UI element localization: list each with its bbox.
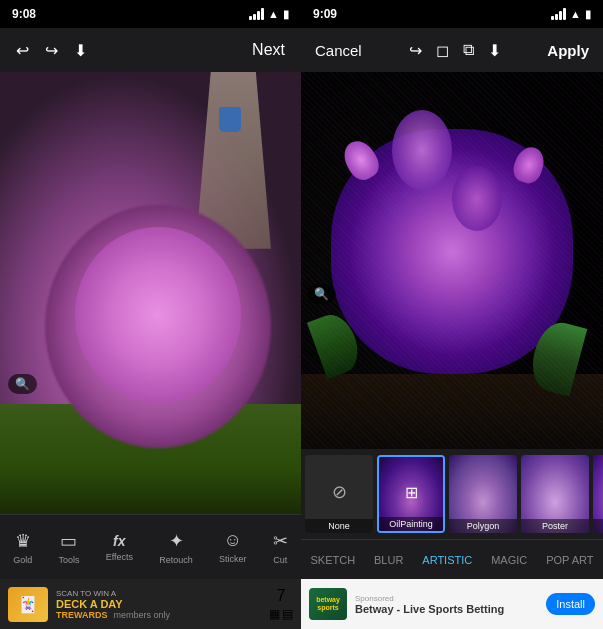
photo-bg-left: [0, 72, 301, 514]
wifi-icon-left: ▲: [268, 8, 279, 20]
eraser-icon[interactable]: ◻: [436, 41, 449, 60]
photo-area-right: 🔍: [301, 72, 603, 449]
filter-none-icon: ⊘: [332, 481, 347, 503]
betway-logo: betwaysports: [309, 588, 347, 620]
time-right: 9:09: [313, 7, 337, 21]
retouch-label: Retouch: [159, 555, 193, 565]
zoom-badge-right[interactable]: 🔍: [307, 284, 336, 304]
oil-swirls: [301, 72, 603, 449]
redo-icon[interactable]: ↪: [45, 41, 58, 60]
ad-logo-2: ▤: [282, 607, 293, 621]
tab-sketch[interactable]: SKETCH: [304, 550, 361, 570]
zoom-icon-left: 🔍: [15, 377, 30, 391]
filter-strip: ⊘ None ⊞ OilPainting Polygon Poster Half…: [301, 449, 603, 539]
oil-detail-1: [392, 110, 452, 190]
filter-none[interactable]: ⊘ None: [305, 455, 373, 533]
ad-betway-title: Betway - Live Sports Betting: [355, 603, 538, 615]
zoom-icon-right: 🔍: [314, 287, 329, 301]
apply-button[interactable]: Apply: [547, 42, 589, 59]
ad-right-text: Sponsored Betway - Live Sports Betting: [355, 594, 538, 615]
effects-label: Effects: [106, 552, 133, 562]
tool-effects[interactable]: fx Effects: [106, 533, 133, 562]
tab-popart[interactable]: POP ART: [540, 550, 599, 570]
download-icon-left[interactable]: ⬇: [74, 41, 87, 60]
tool-sticker[interactable]: ☺ Sticker: [219, 530, 247, 564]
next-button[interactable]: Next: [252, 41, 285, 59]
filter-none-label: None: [305, 519, 373, 533]
wifi-icon-right: ▲: [570, 8, 581, 20]
ad-text-left: SCAN TO WIN A DECK A DAY TREWARDS member…: [56, 589, 261, 620]
tool-retouch[interactable]: ✦ Retouch: [159, 530, 193, 565]
filter-polygon-label: Polygon: [449, 519, 517, 533]
ad-badge-area: 7 ▦ ▤: [269, 587, 293, 621]
status-bar-right: 9:09 ▲ ▮: [301, 0, 603, 28]
battery-icon-left: ▮: [283, 8, 289, 21]
filter-poster[interactable]: Poster: [521, 455, 589, 533]
retouch-icon: ✦: [169, 530, 184, 552]
sticker-label: Sticker: [219, 554, 247, 564]
undo-icon[interactable]: ↩: [16, 41, 29, 60]
ad-title-left: DECK A DAY: [56, 598, 261, 610]
zoom-badge-left[interactable]: 🔍: [8, 374, 37, 394]
cancel-button[interactable]: Cancel: [315, 42, 362, 59]
time-left: 9:08: [12, 7, 36, 21]
filter-oil-icon: ⊞: [405, 483, 418, 502]
signal-icon-right: [551, 8, 566, 20]
gold-icon: ♛: [15, 530, 31, 552]
signal-icon-left: [249, 8, 264, 20]
sticker-icon: ☺: [224, 530, 242, 551]
tool-tools[interactable]: ▭ Tools: [58, 530, 79, 565]
ad-members: members only: [114, 610, 171, 620]
ad-banner-right[interactable]: betwaysports Sponsored Betway - Live Spo…: [301, 579, 603, 629]
blue-pot: [219, 107, 241, 132]
ad-logos: ▦ ▤: [269, 607, 293, 621]
filter-poster-label: Poster: [521, 519, 589, 533]
filter-polygon[interactable]: Polygon: [449, 455, 517, 533]
category-tabs: SKETCH BLUR ARTISTIC MAGIC POP ART: [301, 539, 603, 579]
tools-icon: ▭: [60, 530, 77, 552]
right-panel: 9:09 ▲ ▮ Cancel ↪ ◻ ⧉ ⬇ Apply: [301, 0, 603, 629]
ad-scan-text: SCAN TO WIN A: [56, 589, 261, 598]
photo-bg-right: [301, 72, 603, 449]
status-icons-right: ▲ ▮: [551, 8, 591, 21]
photo-area-left: 🔍: [0, 72, 301, 514]
filter-oil-label: OilPainting: [379, 517, 443, 531]
ad-badge-7: 7: [277, 587, 286, 605]
layers-icon[interactable]: ⧉: [463, 41, 474, 59]
oil-detail-2: [452, 166, 502, 231]
tool-gold[interactable]: ♛ Gold: [13, 530, 32, 565]
filter-oilpainting[interactable]: ⊞ OilPainting: [377, 455, 445, 533]
ad-sponsored: Sponsored: [355, 594, 538, 603]
tool-cut[interactable]: ✂ Cut: [273, 530, 288, 565]
cut-icon: ✂: [273, 530, 288, 552]
betway-logo-text: betwaysports: [316, 596, 340, 613]
effects-icon: fx: [113, 533, 125, 549]
cut-label: Cut: [273, 555, 287, 565]
status-icons-left: ▲ ▮: [249, 8, 289, 21]
gold-label: Gold: [13, 555, 32, 565]
ad-icon-left: 🃏: [8, 587, 48, 622]
ad-logo-1: ▦: [269, 607, 280, 621]
flower-overlay: [75, 227, 241, 404]
tools-label: Tools: [58, 555, 79, 565]
toolbar-right: Cancel ↪ ◻ ⧉ ⬇ Apply: [301, 28, 603, 72]
ad-install-button[interactable]: Install: [546, 593, 595, 615]
filter-halftone-label: Halftone: [593, 519, 603, 533]
toolbar-left: ↩ ↪ ⬇ Next: [0, 28, 301, 72]
battery-icon-right: ▮: [585, 8, 591, 21]
filter-halftone[interactable]: Halftone: [593, 455, 603, 533]
tab-artistic[interactable]: ARTISTIC: [416, 550, 478, 570]
tab-blur[interactable]: BLUR: [368, 550, 409, 570]
toolbar-right-icons: ↪ ◻ ⧉ ⬇: [409, 41, 501, 60]
ad-banner-left[interactable]: 🃏 SCAN TO WIN A DECK A DAY TREWARDS memb…: [0, 579, 301, 629]
status-bar-left: 9:08 ▲ ▮: [0, 0, 301, 28]
download-icon-right[interactable]: ⬇: [488, 41, 501, 60]
left-panel: 9:08 ▲ ▮ ↩ ↪ ⬇ Next: [0, 0, 301, 629]
tab-magic[interactable]: MAGIC: [485, 550, 533, 570]
toolbar-left-actions: ↩ ↪ ⬇: [16, 41, 87, 60]
redo-icon-right[interactable]: ↪: [409, 41, 422, 60]
ad-rewards: TREWARDS: [56, 610, 108, 620]
bottom-toolbar: ♛ Gold ▭ Tools fx Effects ✦ Retouch ☺ St…: [0, 514, 301, 579]
